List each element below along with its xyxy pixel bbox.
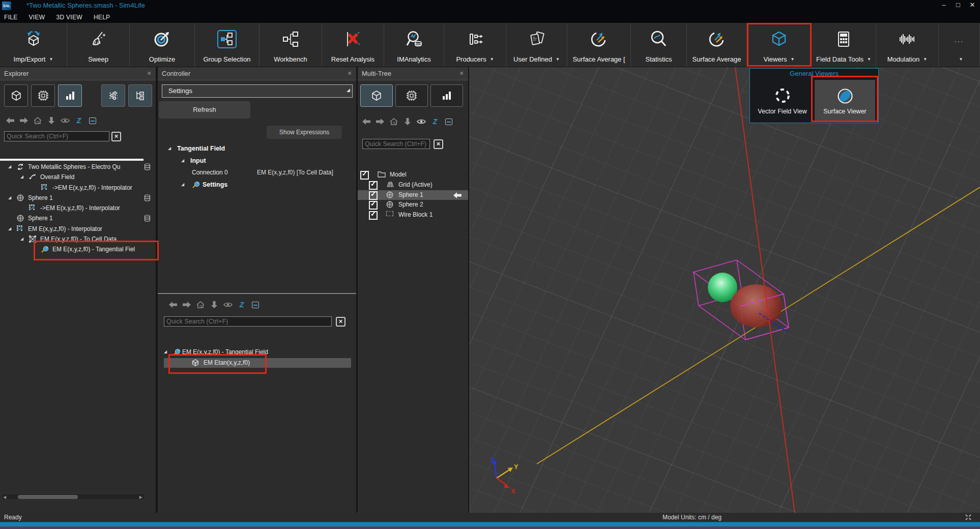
expander-icon[interactable]: ◢ — [168, 146, 171, 151]
explorer-search-clear-icon[interactable]: × — [111, 132, 121, 141]
visibility-checkbox[interactable]: ✓ — [369, 201, 378, 210]
model-tree-row[interactable]: ✓Wire Block 1 — [358, 210, 468, 220]
multitree-close-icon[interactable]: × — [457, 67, 466, 80]
multitree-search-clear-icon[interactable]: × — [434, 139, 443, 149]
expander-icon[interactable]: ◢ — [181, 158, 184, 163]
controller-search-input[interactable] — [164, 316, 332, 327]
nav-home-icon[interactable] — [32, 116, 44, 125]
nav-collapse-icon[interactable] — [87, 116, 99, 125]
nav-eye-icon[interactable] — [222, 300, 234, 309]
explorer-tree-row[interactable]: ◢Overall Field — [0, 172, 156, 182]
explorer-tree-row[interactable]: Sphere 1 — [0, 214, 156, 223]
nav-z-icon[interactable]: Z — [73, 116, 85, 125]
maximize-button[interactable]: □ — [952, 0, 965, 10]
toolbar-item-statistics[interactable]: Statistics — [631, 23, 687, 67]
nav-eye-icon[interactable] — [59, 116, 71, 125]
menu-view[interactable]: VIEW — [29, 14, 45, 21]
tab-pipeline[interactable] — [128, 84, 152, 107]
controller-tree-row[interactable]: ◢Settings — [158, 180, 356, 190]
tab-simulation[interactable] — [31, 84, 55, 107]
nav-z-icon[interactable]: Z — [429, 117, 441, 126]
controller-tree-row[interactable]: ◢Input — [158, 156, 356, 166]
scroll-left-icon[interactable]: ◀ — [3, 494, 6, 500]
nav-forward-icon[interactable] — [18, 116, 30, 125]
toolbar-item-surface-average[interactable]: Surface Average — [687, 23, 747, 67]
nav-home-icon[interactable] — [194, 300, 207, 309]
multitree-search-input[interactable] — [362, 139, 430, 149]
nav-collapse-icon[interactable] — [443, 117, 455, 126]
show-expressions-button[interactable]: Show Expressions — [267, 126, 342, 139]
nav-back-icon[interactable] — [360, 117, 372, 126]
explorer-search-input[interactable] — [4, 131, 109, 141]
menu-help[interactable]: HELP — [94, 14, 110, 21]
explorer-tree-row[interactable]: ◢EM E(x,y,z,f0) - To Cell Data — [0, 234, 156, 244]
visibility-checkbox[interactable]: ✓ — [369, 211, 378, 220]
explorer-tree-row[interactable]: ◢EM E(x,y,z,f0) - Interpolator — [0, 224, 156, 234]
tab-analysis[interactable] — [430, 84, 463, 107]
toolbar-item-optimize[interactable]: Optimize — [130, 23, 195, 67]
toolbar-item-workbench[interactable]: Workbench — [260, 23, 322, 67]
close-button[interactable]: ✕ — [966, 0, 979, 10]
toolbar-item-group-selection[interactable]: Group Selection — [195, 23, 260, 67]
nav-eye-icon[interactable] — [415, 117, 427, 126]
resize-grip-icon[interactable] — [965, 514, 972, 522]
controller-output-row[interactable]: ◢EM E(x,y,z,f0) - Tangential Field — [158, 347, 356, 357]
toolbar-item-overflow[interactable]: ...▼ — [939, 23, 980, 67]
menu-file[interactable]: FILE — [4, 14, 18, 21]
controller-close-icon[interactable]: × — [345, 67, 354, 80]
scrollbar-thumb[interactable] — [18, 495, 78, 499]
toolbar-item-viewers[interactable]: Viewers▼ — [747, 23, 812, 67]
tab-analysis[interactable] — [58, 84, 82, 107]
nav-back-icon[interactable] — [4, 116, 16, 125]
toolbar-item-field-data-tools[interactable]: Field Data Tools▼ — [812, 23, 876, 67]
toolbar-item-reset-analysis[interactable]: Reset Analysis — [322, 23, 384, 67]
nav-down-icon[interactable] — [45, 116, 57, 125]
expander-icon[interactable]: ◢ — [8, 226, 11, 231]
explorer-tree-row[interactable]: ◢Sphere 1 — [0, 193, 156, 203]
refresh-button[interactable]: Refresh — [159, 101, 250, 119]
controller-settings-header[interactable]: Settings ◢ — [162, 84, 353, 98]
controller-tree-row[interactable]: ◢Tangential Field — [158, 144, 356, 154]
model-tree-row[interactable]: ✓Grid (Active) — [358, 180, 468, 190]
3d-viewport[interactable]: Z Y X — [469, 67, 980, 513]
tab-filter[interactable] — [101, 84, 125, 107]
minimize-button[interactable]: – — [937, 0, 950, 10]
toolbar-item-modulation[interactable]: Modulation▼ — [876, 23, 939, 67]
controller-search-clear-icon[interactable]: × — [336, 317, 345, 327]
model-tree-row[interactable]: ✓Model — [358, 170, 468, 180]
explorer-tree-row[interactable]: EM E(x,y,z,f0) - Tangential Fiel — [0, 245, 156, 254]
viewers-menu-item-vector-field-view[interactable]: Vector Field View — [752, 80, 813, 121]
nav-down-icon[interactable] — [208, 300, 220, 309]
toolbar-item-producers[interactable]: Producers▼ — [444, 23, 506, 67]
expander-icon[interactable]: ◢ — [164, 349, 167, 354]
expander-icon[interactable]: ◢ — [20, 237, 23, 241]
model-tree-row[interactable]: ✓Sphere 1 — [358, 190, 468, 200]
tab-model[interactable] — [360, 84, 393, 107]
expander-icon[interactable]: ◢ — [181, 182, 184, 187]
nav-home-icon[interactable] — [388, 117, 400, 126]
horizontal-splitter[interactable] — [158, 293, 356, 294]
visibility-checkbox[interactable]: ✓ — [369, 181, 378, 190]
nav-z-icon[interactable]: Z — [236, 300, 248, 309]
visibility-checkbox[interactable]: ✓ — [360, 171, 369, 180]
model-tree-row[interactable]: ✓Sphere 2 — [358, 200, 468, 210]
nav-forward-icon[interactable] — [181, 300, 193, 309]
nav-collapse-icon[interactable] — [249, 300, 262, 309]
explorer-tree-row[interactable]: ◢Two Metallic Spheres - Electro Qu — [0, 162, 156, 172]
expander-icon[interactable]: ◢ — [8, 164, 11, 169]
explorer-horizontal-scrollbar[interactable]: ◀ ▶ — [1, 493, 145, 500]
toolbar-item-sweep[interactable]: Sweep — [67, 23, 130, 67]
controller-output-row[interactable]: EM Etan(x,y,z,f0) — [164, 358, 351, 368]
nav-back-icon[interactable] — [167, 300, 179, 309]
toolbar-item-surface-average[interactable]: Surface Average [ — [567, 23, 631, 67]
explorer-tree-row[interactable]: ->EM E(x,y,z,f0) - Interpolator — [0, 203, 156, 213]
nav-down-icon[interactable] — [401, 117, 414, 126]
tab-simulation[interactable] — [395, 84, 428, 107]
controller-tree-row[interactable]: Connection 0EM E(x,y,z,f0) [To Cell Data… — [158, 168, 356, 178]
visibility-checkbox[interactable]: ✓ — [369, 191, 378, 200]
scroll-right-icon[interactable]: ▶ — [139, 494, 142, 500]
expander-icon[interactable]: ◢ — [20, 174, 23, 179]
explorer-close-icon[interactable]: × — [145, 67, 154, 80]
viewers-menu-item-surface-viewer[interactable]: Surface Viewer — [815, 80, 875, 121]
menu-3d-view[interactable]: 3D VIEW — [56, 14, 82, 21]
